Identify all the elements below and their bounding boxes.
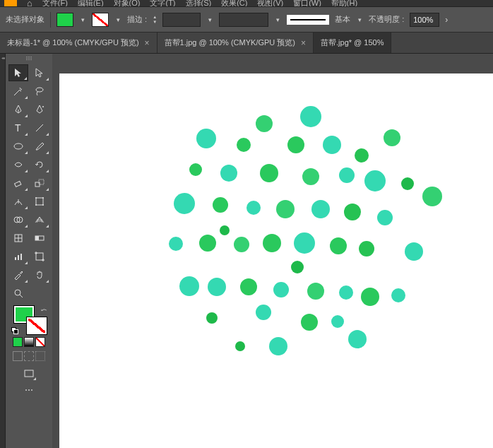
zoom-tool[interactable] bbox=[8, 285, 28, 302]
art-dot bbox=[323, 136, 341, 154]
perspective-grid-tool[interactable] bbox=[30, 211, 49, 228]
art-dot bbox=[206, 312, 218, 324]
color-mode-row bbox=[13, 337, 45, 347]
eyedropper-tool[interactable] bbox=[8, 266, 28, 283]
stroke-weight-field[interactable] bbox=[162, 13, 201, 27]
scale-tool[interactable] bbox=[30, 175, 49, 191]
width-tool[interactable] bbox=[8, 193, 28, 210]
fill-swatch[interactable] bbox=[57, 13, 73, 27]
brush-preview[interactable] bbox=[287, 15, 329, 25]
color-mode-none[interactable] bbox=[35, 337, 45, 347]
art-dot bbox=[384, 129, 400, 146]
art-dot bbox=[291, 261, 304, 273]
line-segment-tool[interactable] bbox=[30, 119, 49, 136]
art-dot bbox=[405, 242, 423, 261]
gradient-tool[interactable] bbox=[30, 230, 49, 247]
toolbox: T ⤺ bbox=[6, 54, 52, 448]
art-dot bbox=[273, 282, 289, 297]
edit-toolbar-row: ⋯ bbox=[21, 384, 37, 396]
svg-rect-5 bbox=[15, 181, 21, 187]
hand-tool[interactable] bbox=[30, 266, 49, 283]
svg-point-13 bbox=[42, 204, 44, 206]
opacity-more-icon[interactable]: › bbox=[445, 15, 448, 25]
artboard-tool[interactable] bbox=[30, 248, 49, 265]
type-tool[interactable]: T bbox=[8, 119, 28, 136]
eraser-tool[interactable] bbox=[8, 175, 28, 191]
fill-stroke-control[interactable]: ⤺ bbox=[11, 306, 47, 334]
svg-point-29 bbox=[15, 290, 20, 295]
direct-selection-tool[interactable] bbox=[30, 64, 49, 81]
artboard[interactable] bbox=[59, 73, 493, 448]
stroke-weight-dropdown-icon[interactable] bbox=[206, 16, 213, 23]
tab-untitled[interactable]: 未标题-1* @ 100% (CMYK/GPU 预览) × bbox=[0, 33, 158, 53]
pen-tool[interactable] bbox=[8, 101, 28, 118]
canvas-area[interactable] bbox=[52, 54, 493, 448]
selection-tool[interactable] bbox=[8, 64, 28, 81]
art-dot bbox=[189, 163, 202, 176]
menu-edit[interactable]: 编辑(E) bbox=[78, 0, 104, 7]
menu-help[interactable]: 帮助(H) bbox=[331, 0, 357, 7]
opacity-label: 不透明度 : bbox=[369, 14, 404, 25]
menu-view[interactable]: 视图(V) bbox=[257, 0, 283, 7]
close-icon[interactable]: × bbox=[301, 38, 306, 48]
art-dot bbox=[359, 241, 374, 257]
menu-effect[interactable]: 效果(C) bbox=[221, 0, 247, 7]
rotate-tool[interactable] bbox=[30, 156, 49, 173]
art-dot bbox=[307, 283, 324, 300]
brush-dropdown-icon[interactable] bbox=[356, 16, 363, 23]
art-dot bbox=[240, 278, 257, 295]
stroke-dropdown-icon[interactable] bbox=[114, 16, 121, 23]
tab-miaobang[interactable]: 苗帮.jpg* @ 150% bbox=[314, 33, 391, 53]
mesh-tool[interactable] bbox=[8, 230, 28, 247]
stroke-swatch[interactable] bbox=[92, 13, 109, 27]
art-dot bbox=[311, 200, 330, 218]
svg-point-0 bbox=[36, 88, 43, 92]
screen-mode-icon[interactable] bbox=[21, 367, 37, 381]
close-icon[interactable]: × bbox=[145, 38, 150, 48]
fill-dropdown-icon[interactable] bbox=[79, 16, 86, 23]
menu-file[interactable]: 文件(F) bbox=[42, 0, 68, 7]
shape-builder-tool[interactable] bbox=[8, 211, 28, 228]
var-width-field[interactable] bbox=[219, 13, 268, 27]
menu-object[interactable]: 对象(O) bbox=[114, 0, 141, 7]
shaper-tool[interactable] bbox=[8, 156, 28, 173]
panel-collapse-strip[interactable] bbox=[0, 54, 6, 448]
draw-normal-icon[interactable] bbox=[13, 351, 23, 361]
edit-toolbar-icon[interactable]: ⋯ bbox=[21, 384, 37, 396]
color-mode-solid[interactable] bbox=[13, 337, 23, 347]
svg-point-12 bbox=[35, 204, 37, 206]
tab-label: 苗帮1.jpg @ 100% (CMYK/GPU 预览) bbox=[165, 37, 295, 48]
art-dot bbox=[179, 276, 199, 296]
draw-behind-icon[interactable] bbox=[24, 351, 34, 361]
lasso-tool[interactable] bbox=[30, 83, 49, 100]
paintbrush-tool[interactable] bbox=[30, 138, 49, 155]
opacity-field[interactable]: 100% bbox=[410, 13, 439, 27]
toolbox-grip[interactable] bbox=[15, 57, 43, 62]
art-dot bbox=[263, 234, 281, 252]
empty-slot bbox=[30, 285, 49, 302]
draw-inside-icon[interactable] bbox=[35, 351, 45, 361]
stroke-color-swatch[interactable] bbox=[27, 317, 47, 334]
tab-miaobang1[interactable]: 苗帮1.jpg @ 100% (CMYK/GPU 预览) × bbox=[158, 33, 314, 53]
swap-colors-icon[interactable]: ⤺ bbox=[41, 306, 47, 314]
default-colors-icon[interactable] bbox=[11, 327, 18, 334]
svg-point-1 bbox=[42, 106, 44, 107]
menu-select[interactable]: 选择(S) bbox=[186, 0, 212, 7]
curvature-tool[interactable] bbox=[30, 101, 49, 118]
ellipse-tool[interactable] bbox=[8, 138, 28, 155]
tab-label: 苗帮.jpg* @ 150% bbox=[321, 37, 384, 48]
magic-wand-tool[interactable] bbox=[8, 83, 28, 100]
art-dot bbox=[199, 235, 216, 252]
menu-bar: ⌂ 文件(F) 编辑(E) 对象(O) 文字(T) 选择(S) 效果(C) 视图… bbox=[0, 0, 493, 7]
var-width-dropdown-icon[interactable] bbox=[274, 16, 281, 23]
art-dot bbox=[235, 341, 245, 351]
menu-window[interactable]: 窗口(W) bbox=[293, 0, 321, 7]
art-dot bbox=[422, 187, 442, 206]
color-mode-gradient[interactable] bbox=[24, 337, 34, 347]
options-bar: 未选择对象 描边 : ▲▼ 基本 不透明度 : 100% › bbox=[0, 7, 493, 33]
menu-type[interactable]: 文字(T) bbox=[150, 0, 175, 7]
free-transform-tool[interactable] bbox=[30, 193, 49, 210]
stroke-weight-stepper[interactable]: ▲▼ bbox=[153, 15, 157, 24]
home-icon[interactable]: ⌂ bbox=[27, 0, 32, 7]
column-graph-tool[interactable] bbox=[8, 248, 28, 265]
